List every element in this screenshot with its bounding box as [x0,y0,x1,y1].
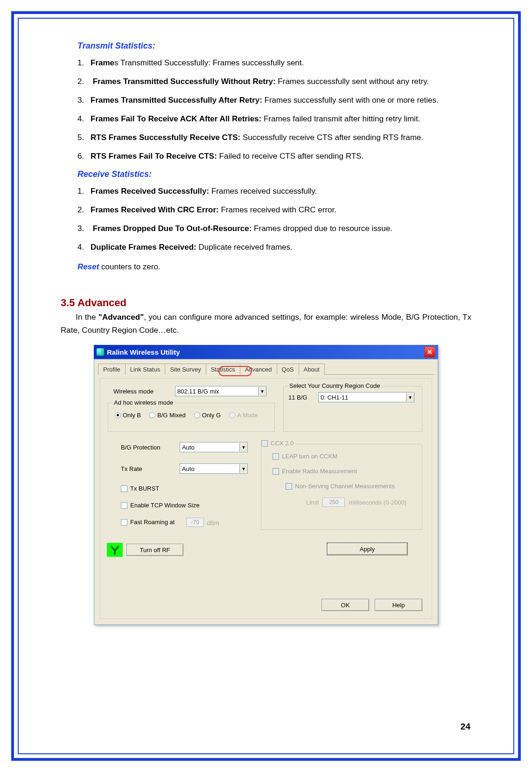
list-item: 1.Frames Transmitted Successfully: Frame… [77,56,471,70]
tab-advanced[interactable]: Advanced [240,364,277,375]
help-button[interactable]: Help [375,599,422,611]
section-heading-advanced: 3.5 Advanced [61,297,471,309]
ccx-enable-checkbox[interactable]: CCX 2.0 [259,440,295,447]
chevron-down-icon: ▼ [258,387,266,395]
txrate-label: Tx Rate [121,465,142,472]
titlebar: Ralink Wireless Utility ✕ [94,345,438,359]
app-icon [97,348,104,356]
list-item: 6.RTS Frames Fail To Receive CTS: Failed… [77,150,471,163]
tab-profile[interactable]: Profile [98,364,126,375]
chevron-down-icon: ▼ [406,393,414,401]
wireless-mode-select[interactable]: 802.11 B/G mix ▼ [175,386,266,396]
region-11bg-label: 11 B/G [288,394,307,401]
ccx-groupbox: CCX 2.0 LEAP turn on CCKM Enable Radio M… [261,444,422,530]
tab-statistics[interactable]: Statistics [206,364,240,375]
txrate-select[interactable]: Auto ▼ [180,463,248,474]
list-item: 3.Frames Transmitted Successfully After … [44,94,471,107]
chevron-down-icon: ▼ [239,464,247,473]
list-item: 2. Frames Transmitted Successfully Witho… [61,75,471,88]
adhoc-legend: Ad hoc wireless mode [112,399,175,406]
ccx-radio-checkbox: Enable Radio Measurement [273,468,357,475]
region-legend: Select Your Country Region Code [287,382,382,389]
tab-qos[interactable]: QoS [277,364,299,375]
close-button[interactable]: ✕ [424,346,435,358]
wireless-mode-label: Wireless mode [113,388,154,395]
bg-protection-select[interactable]: Auto ▼ [180,442,248,452]
ccx-limit-value: 250 [322,498,345,507]
list-item: 5.RTS Frames Successfully Receive CTS: S… [61,131,471,144]
apply-button[interactable]: Apply [327,543,407,555]
bg-protection-label: B/G Protection [121,444,161,451]
list-item: 2.Frames Received With CRC Error: Frames… [77,204,471,217]
tab-site-survey[interactable]: Site Survey [165,364,206,375]
transmit-stats-list: 1.Frames Transmitted Successfully: Frame… [77,56,471,163]
reset-line: Reset counters to zero. [77,260,471,274]
region-select[interactable]: 0: CH1-11 ▼ [318,392,414,402]
tab-bar: Profile Link Status Site Survey Statisti… [98,363,434,375]
receive-stats-list: 1.Frames Received Successfully: Frames r… [77,185,471,254]
ccx-leap-checkbox: LEAP turn on CCKM [273,453,337,460]
page-number: 24 [461,722,470,732]
chevron-down-icon: ▼ [239,443,247,451]
tab-about[interactable]: About [299,364,325,375]
list-item: 4.Frames Fail To Receive ACK After All R… [61,112,471,126]
list-item: 3. Frames Dropped Due To Out-of-Resource… [44,222,471,235]
region-groupbox: Select Your Country Region Code 11 B/G 0… [283,386,422,432]
radio-a-mode: A Mode [229,412,258,419]
intro-paragraph: In the "Advanced", you can configure mor… [61,311,471,337]
list-item: 1.Frames Received Successfully: Frames r… [77,185,471,198]
adhoc-groupbox: Ad hoc wireless mode Only B B/G Mixed On… [108,403,275,432]
turn-off-rf-button[interactable]: Turn off RF [126,544,183,556]
radio-only-b[interactable]: Only B [115,412,141,419]
transmit-stats-heading: Transmit Statistics: [77,41,471,51]
list-item: 4.Duplicate Frames Received: Duplicate r… [77,241,471,254]
ccx-limit-unit: milliseconds (0-2000) [349,499,406,506]
fastroaming-checkbox[interactable]: Fast Roaming at [121,519,175,526]
txburst-checkbox[interactable]: Tx BURST [121,485,159,492]
ralink-dialog: Ralink Wireless Utility ✕ Profile Link S… [94,345,438,625]
fastroaming-unit: dBm [207,519,219,526]
ccx-nonserving-checkbox: Non-Serving Channel Measurements [286,483,395,490]
window-title: Ralink Wireless Utility [107,348,424,356]
radio-only-g[interactable]: Only G [194,412,221,419]
receive-stats-heading: Receive Statistics: [77,169,471,179]
rf-antenna-icon [107,543,123,557]
ok-button[interactable]: OK [322,599,369,611]
tcpwindow-checkbox[interactable]: Enable TCP Window Size [121,502,199,509]
radio-bg-mixed[interactable]: B/G Mixed [149,412,186,419]
dialog-body: Profile Link Status Site Survey Statisti… [94,359,438,625]
tab-link-status[interactable]: Link Status [125,364,165,375]
tab-panel-advanced: Wireless mode 802.11 B/G mix ▼ Ad hoc wi… [100,378,432,619]
ccx-limit-label: Limit [306,499,319,506]
page-content: Transmit Statistics: 1.Frames Transmitte… [61,41,471,625]
fastroaming-value: -70 [186,518,204,527]
close-icon: ✕ [427,348,433,356]
